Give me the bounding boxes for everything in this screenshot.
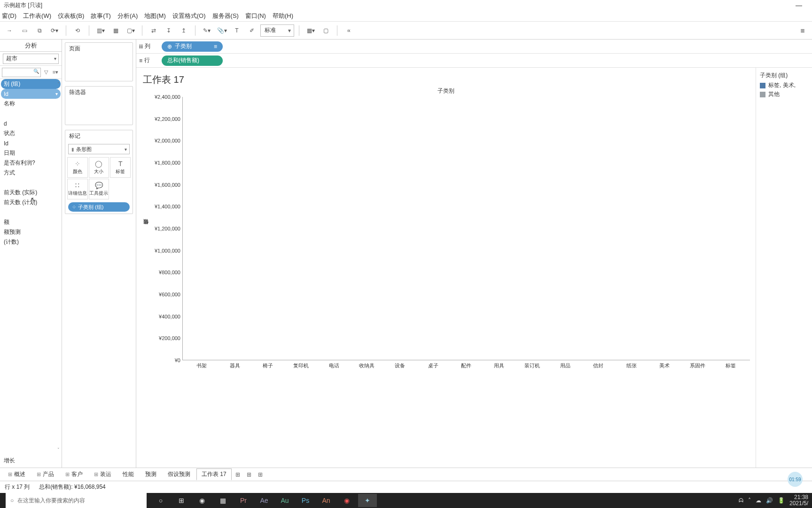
show-me-panel[interactable]: ≣ <box>796 24 809 37</box>
menu-item[interactable]: 帮助(H) <box>273 12 293 20</box>
columns-pill[interactable]: ⊕ 子类别≡ <box>162 41 223 52</box>
cortana-icon[interactable]: ○ <box>151 494 170 507</box>
field-search-input[interactable] <box>2 68 41 77</box>
animate-icon[interactable]: An <box>317 494 336 507</box>
tray-up-icon[interactable]: ˄ <box>748 497 751 504</box>
sheet-tab[interactable]: 工作表 17 <box>196 468 232 480</box>
field-item[interactable] <box>1 178 61 188</box>
volume-icon[interactable]: 🔊 <box>766 497 773 504</box>
menu-item[interactable]: 服务器(S) <box>212 12 239 20</box>
field-item[interactable]: d <box>1 119 61 128</box>
menu-item[interactable]: 故事(T) <box>91 12 111 20</box>
menu-item[interactable]: 窗(D) <box>2 12 16 20</box>
attach-button[interactable]: 📎▾ <box>215 24 228 37</box>
chart-plot[interactable] <box>182 97 750 360</box>
field-item[interactable]: 日期 <box>1 148 61 158</box>
scroll-up-icon[interactable]: ˄ <box>55 82 62 87</box>
field-item[interactable]: 名称 <box>1 99 61 109</box>
list-view-icon[interactable]: ≡▾ <box>51 68 60 77</box>
new-dashboard-button[interactable]: ⊞ <box>244 471 254 478</box>
menu-item[interactable]: 仪表板(B) <box>58 12 84 20</box>
mark-detail[interactable]: ∷详细信息 <box>67 179 88 199</box>
menu-item[interactable]: 工作表(W) <box>23 12 51 20</box>
mark-tooltip[interactable]: 💬工具提示 <box>89 179 109 199</box>
field-item[interactable]: (计数) <box>1 237 61 247</box>
clear-button[interactable]: ▢▾ <box>124 24 137 37</box>
field-item[interactable] <box>1 207 61 217</box>
sheet-tab[interactable]: ⊞概述 <box>3 468 31 480</box>
duplicate-button[interactable]: ▦ <box>109 24 122 37</box>
minimize-button[interactable]: — <box>789 1 808 9</box>
field-item[interactable]: 前天数 (计划) <box>1 198 61 207</box>
highlight-button[interactable]: ✎▾ <box>200 24 213 37</box>
viz-title[interactable]: 工作表 17 <box>143 73 750 86</box>
legend-item[interactable]: 标签, 美术, <box>760 81 808 89</box>
people-icon[interactable]: ᗣ <box>739 497 743 504</box>
new-data-button[interactable]: ⧉ <box>33 24 46 37</box>
sheet-tab[interactable]: 假设预测 <box>163 468 195 480</box>
sheet-tab[interactable]: 预测 <box>140 468 162 480</box>
field-item[interactable]: 状态 <box>1 128 61 138</box>
sort-asc-button[interactable]: ↧ <box>162 24 175 37</box>
share-button[interactable]: ∝ <box>342 24 355 37</box>
cloud-icon[interactable]: ☁ <box>756 497 761 504</box>
rows-pill[interactable]: 总和(销售额) <box>162 56 223 66</box>
photoshop-icon[interactable]: Ps <box>296 494 315 507</box>
font-button[interactable]: ✐ <box>245 24 258 37</box>
redo-button[interactable]: → <box>3 24 16 37</box>
field-item[interactable]: 是否有利润? <box>1 158 61 168</box>
refresh-data-button[interactable]: ⟳▾ <box>48 24 61 37</box>
label-button[interactable]: T <box>230 24 243 37</box>
menu-item[interactable]: 分析(A) <box>117 12 138 20</box>
explorer-icon[interactable]: ▦ <box>213 494 232 507</box>
mark-color-pill[interactable]: 子类别 (组) <box>68 202 130 212</box>
field-item[interactable]: Id <box>1 89 61 99</box>
field-item[interactable]: 别 (组) <box>1 79 61 89</box>
sort-desc-button[interactable]: ↥ <box>177 24 190 37</box>
new-worksheet-button[interactable]: ⊞ <box>233 471 243 478</box>
battery-icon[interactable]: 🔋 <box>778 497 785 504</box>
sheet-tab[interactable]: ⊞装运 <box>89 468 117 480</box>
datasource-select[interactable]: 超市 <box>3 54 59 64</box>
mark-color[interactable]: ⁘颜色 <box>67 157 88 178</box>
premiere-icon[interactable]: Pr <box>234 494 253 507</box>
sheet-tab[interactable]: ⊞产品 <box>31 468 59 480</box>
mark-label[interactable]: T标签 <box>110 157 131 178</box>
recording-badge[interactable]: 01:59 <box>788 472 803 487</box>
scroll-down-icon[interactable]: ˅ <box>55 447 62 452</box>
field-item[interactable]: 前天数 (实际) <box>1 188 61 198</box>
sheet-tab[interactable]: ⊞客户 <box>60 468 88 480</box>
field-item[interactable] <box>1 109 61 119</box>
field-item[interactable]: Id <box>1 138 61 148</box>
analysis-tab[interactable]: 分析 <box>0 40 62 51</box>
sort-icon[interactable]: ≡ <box>214 43 217 50</box>
sheet-tab[interactable]: 性能 <box>117 468 139 480</box>
fit-select[interactable]: 标准 <box>260 24 294 37</box>
new-story-button[interactable]: ⊞ <box>255 471 265 478</box>
aftereffects-icon[interactable]: Ae <box>255 494 273 507</box>
taskbar-search[interactable]: ○ 在这里输入你要搜索的内容 <box>6 493 147 508</box>
menu-item[interactable]: 窗口(N) <box>245 12 266 20</box>
field-item[interactable]: 方式 <box>1 168 61 178</box>
filters-shelf[interactable] <box>65 98 133 125</box>
tableau-icon[interactable]: ✦ <box>358 494 377 507</box>
taskview-icon[interactable]: ⊞ <box>172 494 191 507</box>
extra-field[interactable]: 增长 <box>0 454 62 468</box>
field-item[interactable]: 额 <box>1 217 61 227</box>
filter-icon[interactable]: ▽ <box>42 68 50 77</box>
save-button[interactable]: ▭ <box>18 24 31 37</box>
new-sheet-button[interactable]: ▥▾ <box>94 24 107 37</box>
netease-icon[interactable]: ◉ <box>337 494 356 507</box>
menu-item[interactable]: 地图(M) <box>144 12 166 20</box>
showme-button[interactable]: ▦▾ <box>304 24 317 37</box>
undo-button[interactable]: ⟲ <box>71 24 84 37</box>
clock-date[interactable]: 2021/5/ <box>789 500 808 507</box>
present-button[interactable]: ▢ <box>319 24 332 37</box>
pages-shelf[interactable] <box>65 55 133 81</box>
chrome-icon[interactable]: ◉ <box>193 494 211 507</box>
mark-size[interactable]: ◯大小 <box>89 157 109 178</box>
mark-type-select[interactable]: 条形图 <box>68 144 130 154</box>
legend-item[interactable]: 其他 <box>760 90 808 98</box>
audition-icon[interactable]: Au <box>275 494 294 507</box>
menu-item[interactable]: 设置格式(O) <box>172 12 206 20</box>
